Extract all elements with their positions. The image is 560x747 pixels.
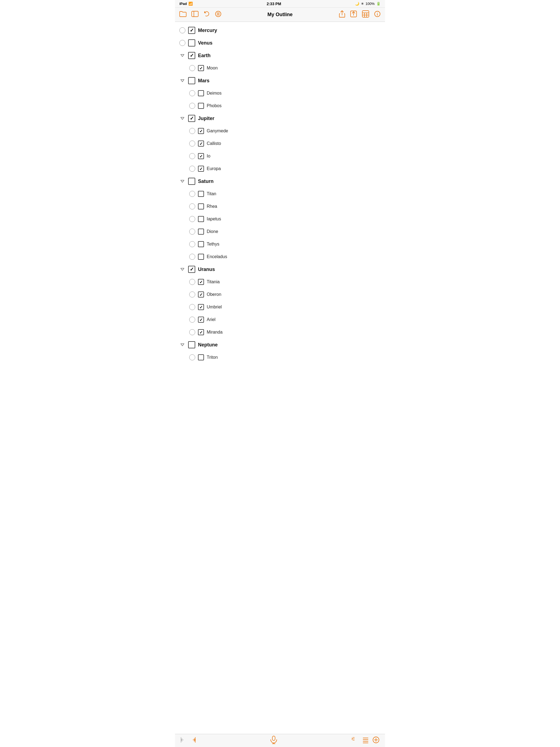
outline-moon-row[interactable]: Triton xyxy=(175,351,385,364)
radio-button[interactable] xyxy=(189,90,195,96)
outline-moon-row[interactable]: Phobos xyxy=(175,100,385,112)
outline-moon-row[interactable]: Ariel xyxy=(175,313,385,326)
checkbox[interactable] xyxy=(198,291,204,298)
checkbox[interactable] xyxy=(188,27,195,34)
outline-moon-row[interactable]: Enceladus xyxy=(175,251,385,263)
expand-triangle-icon[interactable] xyxy=(179,266,185,272)
checkbox[interactable] xyxy=(198,90,204,96)
outline-icon[interactable] xyxy=(215,11,222,19)
radio-button[interactable] xyxy=(189,291,195,298)
checkbox[interactable] xyxy=(188,178,195,185)
checkbox[interactable] xyxy=(198,103,204,109)
export-icon[interactable] xyxy=(350,10,357,19)
checkbox[interactable] xyxy=(198,354,204,360)
undo-icon[interactable] xyxy=(203,11,210,19)
checkbox[interactable] xyxy=(188,341,195,349)
checkbox[interactable] xyxy=(198,191,204,197)
outline-moon-row[interactable]: Callisto xyxy=(175,137,385,150)
checkbox[interactable] xyxy=(198,153,204,159)
radio-button[interactable] xyxy=(189,279,195,285)
expand-triangle-icon[interactable] xyxy=(179,52,185,58)
radio-button[interactable] xyxy=(189,103,195,109)
outline-moon-row[interactable]: Tethys xyxy=(175,238,385,251)
radio-button[interactable] xyxy=(189,153,195,159)
checkbox[interactable] xyxy=(198,65,204,71)
outline-moon-row[interactable]: Titan xyxy=(175,187,385,200)
checkbox[interactable] xyxy=(198,241,204,247)
outline-moon-row[interactable]: Umbriel xyxy=(175,301,385,313)
sidebar-icon[interactable] xyxy=(192,11,199,19)
radio-button[interactable] xyxy=(189,329,195,335)
radio-button[interactable] xyxy=(179,27,185,33)
outline-planet-row[interactable]: Jupiter xyxy=(175,112,385,125)
outline-moon-row[interactable]: Moon xyxy=(175,62,385,74)
item-label: Phobos xyxy=(207,103,222,108)
checkbox[interactable] xyxy=(198,216,204,222)
checkbox[interactable] xyxy=(198,329,204,335)
outline-moon-row[interactable]: Europa xyxy=(175,162,385,175)
checkbox[interactable] xyxy=(198,229,204,235)
outline-moon-row[interactable]: Oberon xyxy=(175,288,385,301)
radio-button[interactable] xyxy=(189,304,195,310)
checkbox[interactable] xyxy=(188,266,195,273)
radio-button[interactable] xyxy=(189,254,195,260)
expand-triangle-icon[interactable] xyxy=(179,115,185,121)
radio-button[interactable] xyxy=(189,229,195,235)
radio-button[interactable] xyxy=(189,140,195,147)
outline-moon-row[interactable]: Miranda xyxy=(175,326,385,338)
table-icon[interactable] xyxy=(362,10,369,19)
radio-button[interactable] xyxy=(189,65,195,71)
outline-moon-row[interactable]: Titania xyxy=(175,276,385,288)
outline-planet-row[interactable]: Mars xyxy=(175,74,385,87)
checkbox[interactable] xyxy=(198,317,204,323)
checkbox[interactable] xyxy=(198,166,204,172)
checkbox[interactable] xyxy=(188,52,195,59)
checkbox[interactable] xyxy=(198,304,204,310)
status-time: 2:33 PM xyxy=(266,2,281,6)
outline-moon-row[interactable]: Rhea xyxy=(175,200,385,213)
outline-moon-row[interactable]: Ganymede xyxy=(175,125,385,137)
checkbox[interactable] xyxy=(188,77,195,84)
outline-planet-row[interactable]: Uranus xyxy=(175,263,385,276)
checkbox[interactable] xyxy=(198,254,204,260)
info-icon[interactable] xyxy=(374,11,381,19)
expand-triangle-icon[interactable] xyxy=(179,178,185,184)
radio-button[interactable] xyxy=(179,40,185,46)
svg-marker-16 xyxy=(181,54,184,57)
outline-planet-row[interactable]: Saturn xyxy=(175,175,385,187)
radio-button[interactable] xyxy=(189,241,195,247)
status-left: iPad 📶 xyxy=(179,2,193,6)
expand-triangle-icon[interactable] xyxy=(179,78,185,84)
outline-planet-row[interactable]: Earth xyxy=(175,49,385,62)
radio-button[interactable] xyxy=(189,166,195,172)
outline-planet-row[interactable]: Venus xyxy=(175,36,385,49)
wifi-icon: 📶 xyxy=(188,2,193,6)
checkbox[interactable] xyxy=(198,203,204,209)
outline-moon-row[interactable]: Iapetus xyxy=(175,213,385,225)
share-icon[interactable] xyxy=(339,10,345,19)
checkbox[interactable] xyxy=(198,279,204,285)
outline-moon-row[interactable]: Deimos xyxy=(175,87,385,100)
ipad-label: iPad xyxy=(179,2,187,6)
radio-button[interactable] xyxy=(189,128,195,134)
toolbar-left xyxy=(179,11,222,19)
checkbox[interactable] xyxy=(188,115,195,122)
checkbox[interactable] xyxy=(188,40,195,47)
outline-planet-row[interactable]: Mercury xyxy=(175,24,385,36)
checkbox[interactable] xyxy=(198,128,204,134)
radio-button[interactable] xyxy=(189,191,195,197)
outline-moon-row[interactable]: Io xyxy=(175,150,385,162)
item-label: Iapetus xyxy=(207,216,221,222)
radio-button[interactable] xyxy=(189,354,195,360)
battery-icon: 🔋 xyxy=(376,2,381,6)
item-label: Mercury xyxy=(198,28,217,33)
expand-triangle-icon[interactable] xyxy=(179,342,185,348)
folder-icon[interactable] xyxy=(179,11,186,19)
checkbox[interactable] xyxy=(198,140,204,147)
radio-button[interactable] xyxy=(189,216,195,222)
outline-planet-row[interactable]: Neptune xyxy=(175,338,385,351)
outline-moon-row[interactable]: Dione xyxy=(175,225,385,238)
radio-button[interactable] xyxy=(189,203,195,209)
status-right: 🌙 ✳ 100% 🔋 xyxy=(355,2,381,6)
radio-button[interactable] xyxy=(189,317,195,323)
